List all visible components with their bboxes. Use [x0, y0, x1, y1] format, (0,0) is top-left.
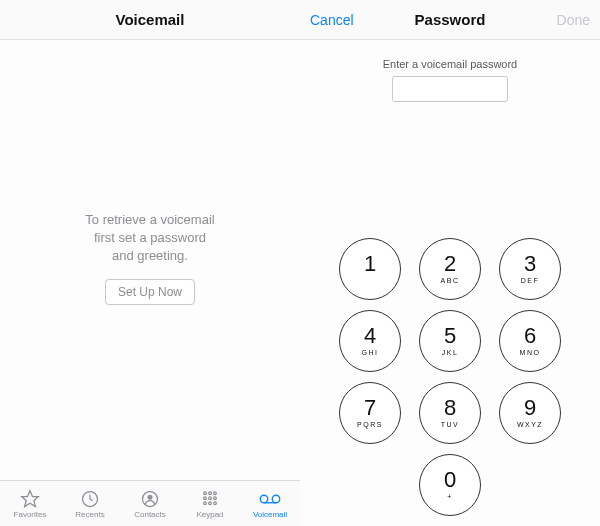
svg-point-10: [204, 501, 207, 504]
key-number: 3: [524, 253, 536, 275]
key-number: 7: [364, 397, 376, 419]
key-number: 9: [524, 397, 536, 419]
svg-marker-0: [22, 490, 39, 506]
key-number: 8: [444, 397, 456, 419]
key-number: 6: [524, 325, 536, 347]
svg-point-12: [214, 501, 217, 504]
keypad-key-8[interactable]: 8 TUV: [419, 382, 481, 444]
svg-point-8: [209, 496, 212, 499]
tab-label: Favorites: [14, 510, 47, 519]
tab-label: Keypad: [196, 510, 223, 519]
key-letters: JKL: [442, 349, 459, 357]
svg-point-4: [204, 491, 207, 494]
set-up-now-button[interactable]: Set Up Now: [105, 279, 195, 305]
key-number: 5: [444, 325, 456, 347]
tab-keypad[interactable]: Keypad: [180, 481, 240, 526]
key-number: 1: [364, 253, 376, 275]
svg-point-13: [260, 495, 268, 503]
cancel-button[interactable]: Cancel: [310, 0, 354, 40]
keypad-key-1[interactable]: 1: [339, 238, 401, 300]
tab-favorites[interactable]: Favorites: [0, 481, 60, 526]
password-screen: Cancel Password Done Enter a voicemail p…: [300, 0, 600, 526]
clock-icon: [80, 489, 100, 509]
keypad-key-4[interactable]: 4 GHI: [339, 310, 401, 372]
key-letters: GHI: [362, 349, 379, 357]
voicemail-setup-screen: Voicemail To retrieve a voicemail first …: [0, 0, 300, 526]
key-number: 0: [444, 469, 456, 491]
svg-point-6: [214, 491, 217, 494]
tab-bar: Favorites Recents Contacts: [0, 480, 300, 526]
nav-title: Voicemail: [116, 11, 185, 28]
svg-point-14: [272, 495, 280, 503]
key-letters: +: [447, 493, 453, 501]
keypad-key-6[interactable]: 6 MNO: [499, 310, 561, 372]
keypad-key-7[interactable]: 7 PQRS: [339, 382, 401, 444]
key-letters: TUV: [441, 421, 460, 429]
keypad-key-5[interactable]: 5 JKL: [419, 310, 481, 372]
svg-point-11: [209, 501, 212, 504]
key-letters: WXYZ: [517, 421, 543, 429]
tab-contacts[interactable]: Contacts: [120, 481, 180, 526]
keypad-key-9[interactable]: 9 WXYZ: [499, 382, 561, 444]
tab-label: Recents: [75, 510, 104, 519]
done-button[interactable]: Done: [557, 0, 590, 40]
password-prompt: Enter a voicemail password: [383, 58, 518, 70]
key-letters: DEF: [521, 277, 540, 285]
nav-title: Password: [415, 11, 486, 28]
password-input[interactable]: [392, 76, 508, 102]
voicemail-body: To retrieve a voicemail first set a pass…: [0, 40, 300, 526]
svg-point-3: [148, 494, 153, 499]
contact-icon: [140, 489, 160, 509]
keypad-key-0[interactable]: 0 +: [419, 454, 481, 516]
voicemail-icon: [258, 489, 282, 509]
keypad-key-3[interactable]: 3 DEF: [499, 238, 561, 300]
nav-bar: Cancel Password Done: [300, 0, 600, 40]
tab-voicemail[interactable]: Voicemail: [240, 481, 300, 526]
voicemail-instruction-text: To retrieve a voicemail first set a pass…: [85, 211, 214, 266]
key-letters: MNO: [520, 349, 541, 357]
tab-label: Voicemail: [253, 510, 287, 519]
tab-label: Contacts: [134, 510, 166, 519]
tab-recents[interactable]: Recents: [60, 481, 120, 526]
keypad-icon: [200, 489, 220, 509]
key-letters: ABC: [441, 277, 460, 285]
key-number: 4: [364, 325, 376, 347]
svg-point-5: [209, 491, 212, 494]
key-letters: PQRS: [357, 421, 383, 429]
svg-point-9: [214, 496, 217, 499]
nav-bar: Voicemail: [0, 0, 300, 40]
key-number: 2: [444, 253, 456, 275]
keypad-key-2[interactable]: 2 ABC: [419, 238, 481, 300]
password-body: Enter a voicemail password 1 2 ABC 3 DEF…: [300, 40, 600, 526]
svg-point-7: [204, 496, 207, 499]
number-keypad: 1 2 ABC 3 DEF 4 GHI 5 JKL: [339, 238, 561, 526]
star-icon: [20, 489, 40, 509]
